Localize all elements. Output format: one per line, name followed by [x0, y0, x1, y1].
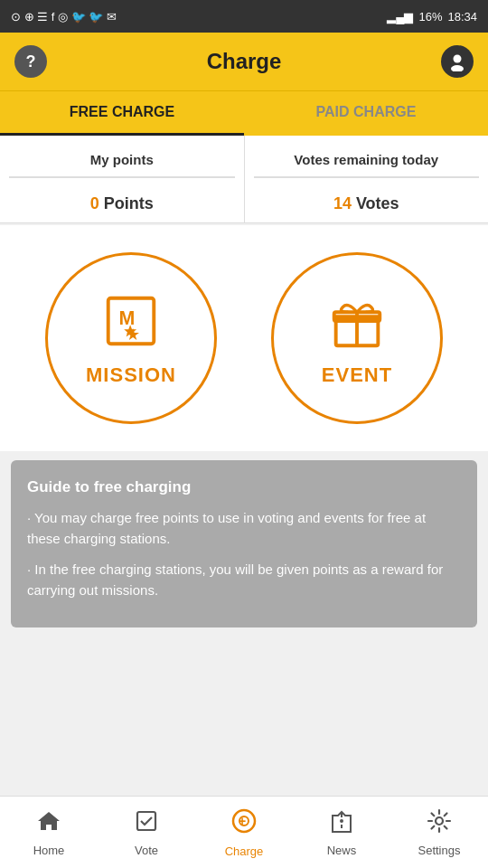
- signal-icon: ▂▄▆: [387, 10, 413, 24]
- charge-icon: +: [230, 807, 258, 841]
- header: ? Charge: [0, 33, 488, 90]
- guide-paragraph-1: · You may charge free points to use in v…: [27, 507, 461, 550]
- svg-rect-10: [137, 812, 155, 830]
- event-label: EVENT: [322, 363, 392, 387]
- page-title: Charge: [47, 49, 441, 74]
- guide-box: Guide to free charging · You may charge …: [11, 460, 477, 627]
- mission-icon: M ★: [99, 289, 163, 356]
- nav-charge-label: Charge: [225, 844, 264, 858]
- svg-point-0: [454, 55, 462, 63]
- votes-label: Votes remaining today: [254, 152, 480, 167]
- status-icons: ⊙ ⊕ ☰ f ◎ 🐦 🐦 ✉: [11, 10, 117, 24]
- my-points-col: My points 0 Points: [0, 136, 245, 222]
- nav-home-label: Home: [33, 844, 65, 857]
- time-display: 18:34: [447, 10, 477, 24]
- svg-text:★: ★: [126, 326, 140, 344]
- mission-button[interactable]: M ★ MISSION: [45, 252, 217, 424]
- nav-news[interactable]: News: [293, 801, 390, 864]
- votes-col: Votes remaining today 14 Votes: [245, 136, 489, 222]
- my-points-value: 0 Points: [9, 194, 235, 213]
- news-icon: [329, 808, 354, 840]
- status-right: ▂▄▆ 16% 18:34: [387, 10, 477, 24]
- event-button[interactable]: EVENT: [271, 252, 443, 424]
- bottom-nav: Home Vote + Charge: [0, 796, 488, 868]
- status-bar: ⊙ ⊕ ☰ f ◎ 🐦 🐦 ✉ ▂▄▆ 16% 18:34: [0, 0, 488, 33]
- nav-charge[interactable]: + Charge: [195, 800, 293, 865]
- nav-news-label: News: [327, 844, 357, 857]
- battery-level: 16%: [418, 10, 442, 24]
- settings-icon: [427, 808, 452, 840]
- help-button[interactable]: ?: [14, 45, 47, 78]
- nav-settings[interactable]: Settings: [390, 801, 488, 864]
- nav-home[interactable]: Home: [0, 801, 98, 864]
- main-content: My points 0 Points Votes remaining today…: [0, 136, 488, 627]
- mission-label: MISSION: [86, 363, 176, 387]
- circles-row: M ★ MISSION: [0, 225, 488, 451]
- svg-point-15: [340, 819, 343, 823]
- guide-title: Guide to free charging: [27, 478, 461, 496]
- points-row: My points 0 Points Votes remaining today…: [0, 136, 488, 223]
- svg-point-17: [436, 817, 443, 825]
- tab-free-charge[interactable]: FREE CHARGE: [0, 91, 244, 136]
- nav-vote[interactable]: Vote: [98, 801, 195, 864]
- home-icon: [36, 808, 61, 840]
- profile-button[interactable]: [441, 45, 474, 78]
- vote-icon: [134, 808, 159, 840]
- tab-bar: FREE CHARGE PAID CHARGE: [0, 90, 488, 136]
- event-icon: [325, 289, 389, 356]
- my-points-label: My points: [9, 152, 235, 167]
- nav-settings-label: Settings: [418, 844, 461, 857]
- tab-paid-charge[interactable]: PAID CHARGE: [244, 91, 488, 136]
- guide-paragraph-2: · In the free charging stations, you wil…: [27, 559, 461, 601]
- svg-point-1: [451, 65, 464, 71]
- nav-vote-label: Vote: [135, 844, 158, 857]
- votes-value: 14 Votes: [254, 194, 480, 213]
